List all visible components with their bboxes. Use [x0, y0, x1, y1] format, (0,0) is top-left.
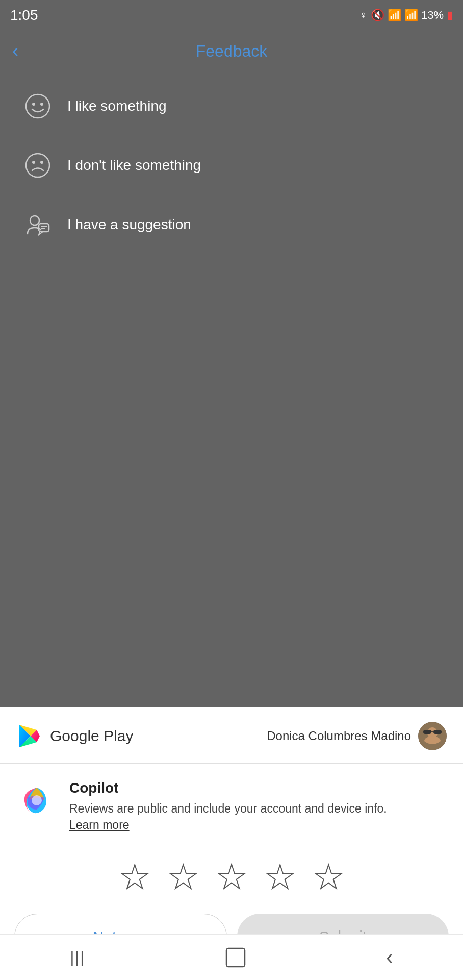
app-description: Reviews are public and include your acco… [69, 800, 387, 833]
gplay-header: Google Play Donica Columbres Madino [0, 707, 463, 763]
suggestion-label: I have a suggestion [67, 216, 191, 233]
bottom-card: Google Play Donica Columbres Madino [0, 707, 463, 980]
star-2[interactable]: ☆ [167, 859, 200, 895]
stars-row: ☆ ☆ ☆ ☆ ☆ [0, 843, 463, 914]
feedback-item-suggestion[interactable]: I have a suggestion [0, 195, 463, 254]
app-details: Copilot Reviews are public and include y… [69, 780, 387, 833]
dislike-label: I don't like something [67, 157, 201, 174]
battery-icon: ▮ [447, 9, 453, 22]
gplay-logo-icon [16, 723, 43, 749]
wifi-icon: 📶 [388, 9, 401, 22]
svg-point-0 [26, 94, 49, 118]
mute-icon: 🔇 [371, 9, 384, 22]
page-title: Feedback [196, 42, 268, 61]
feedback-item-like[interactable]: I like something [0, 77, 463, 136]
svg-point-5 [40, 161, 43, 164]
status-bar: 1:05 ♀ 🔇 📶 📶 13% ▮ [0, 0, 463, 31]
top-bar: ‹ Feedback [0, 31, 463, 71]
signal-icon: 📶 [404, 9, 418, 22]
svg-rect-17 [226, 948, 245, 967]
battery-text: 13% [421, 9, 444, 22]
nav-bar: ||| ‹ [0, 934, 463, 980]
feedback-list: I like something I don't like something [0, 71, 463, 259]
status-icons: ♀ 🔇 📶 📶 13% ▮ [359, 9, 453, 22]
svg-point-2 [40, 103, 43, 106]
menu-nav-icon[interactable]: ||| [70, 949, 85, 966]
gplay-logo-area: Google Play [16, 723, 133, 749]
star-1[interactable]: ☆ [118, 859, 151, 895]
svg-rect-12 [423, 730, 431, 734]
star-4[interactable]: ☆ [264, 859, 297, 895]
empty-area [0, 259, 463, 489]
back-nav-icon[interactable]: ‹ [386, 946, 393, 969]
dislike-icon [22, 150, 53, 181]
gplay-label: Google Play [50, 727, 133, 745]
user-avatar [418, 722, 447, 750]
svg-point-3 [26, 154, 49, 177]
status-time: 1:05 [10, 7, 38, 23]
suggestion-icon [22, 209, 53, 240]
star-3[interactable]: ☆ [215, 859, 248, 895]
user-area: Donica Columbres Madino [267, 722, 447, 750]
svg-point-4 [32, 161, 35, 164]
star-5[interactable]: ☆ [312, 859, 345, 895]
svg-rect-13 [433, 730, 442, 734]
svg-point-16 [32, 795, 42, 805]
like-label: I like something [67, 98, 167, 114]
app-name: Copilot [69, 780, 387, 796]
feedback-item-dislike[interactable]: I don't like something [0, 136, 463, 195]
user-name: Donica Columbres Madino [267, 729, 411, 743]
like-icon [22, 91, 53, 121]
app-info-row: Copilot Reviews are public and include y… [0, 764, 463, 843]
svg-rect-7 [39, 224, 49, 232]
home-nav-icon[interactable] [225, 947, 246, 968]
app-icon [16, 780, 57, 821]
svg-point-6 [30, 216, 39, 225]
svg-point-1 [32, 103, 35, 106]
learn-more-link[interactable]: Learn more [69, 818, 130, 831]
back-button[interactable]: ‹ [12, 40, 18, 62]
bluetooth-icon: ♀ [359, 9, 368, 22]
